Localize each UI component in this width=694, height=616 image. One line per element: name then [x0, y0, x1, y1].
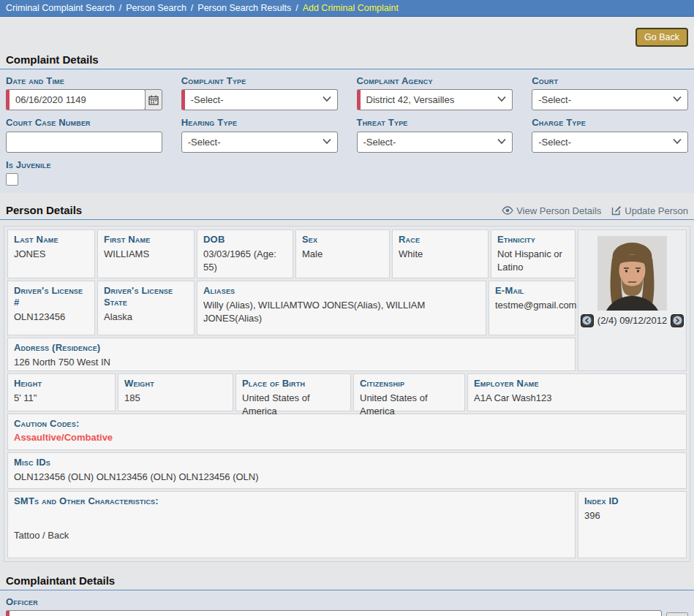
complaint-type-label: Complaint Type [181, 75, 338, 87]
field-court-case-number: Court Case Number [6, 117, 162, 152]
index-id-cell: Index ID 396 [578, 491, 687, 558]
first-name-cell: First Name WILLIAMS [97, 229, 195, 278]
address-cell: Address (Residence) 126 North 750 West I… [7, 338, 576, 371]
person-details-table: Last Name JONES First Name WILLIAMS DOB … [4, 226, 690, 562]
photo-previous-button[interactable] [581, 314, 594, 327]
misc-ids-value: OLN123456 (OLN) OLN123456 (OLN) OLN12345… [14, 471, 680, 484]
breadcrumb: Criminal Complaint Search / Person Searc… [0, 0, 694, 17]
court-case-number-input[interactable] [6, 132, 162, 153]
complaint-details-title-text: Complaint Details [6, 53, 99, 66]
drivers-license-state-value: Alaska [104, 311, 188, 324]
ethnicity-value: Not Hispanic or Latino [497, 248, 569, 273]
complaintant-details-panel: Officer [0, 590, 694, 616]
person-details-title: Person Details View Person Details Updat… [0, 200, 694, 220]
smts-value: Tattoo / Back [14, 529, 569, 542]
complaint-agency-label: Complaint Agency [357, 75, 513, 87]
complaintant-details-title-text: Complaintant Details [6, 574, 115, 587]
field-complaint-agency: Complaint Agency District 42, Versailles [357, 75, 513, 110]
citizenship-value: United States of America [360, 392, 459, 417]
email-value: testme@gmail.com [495, 299, 569, 312]
mugshot-photo [597, 236, 667, 311]
last-name-cell: Last Name JONES [7, 229, 95, 278]
complaint-agency-select[interactable]: District 42, Versailles [357, 89, 513, 110]
edit-icon [611, 205, 622, 216]
race-cell: Race White [392, 229, 489, 278]
caution-codes-value: Assaultive/Combative [14, 432, 680, 443]
breadcrumb-separator: / [119, 3, 121, 13]
dob-value: 03/03/1965 (Age: 55) [203, 248, 287, 273]
place-of-birth-value: United States of America [242, 392, 344, 417]
calendar-icon [148, 95, 159, 105]
field-threat-type: Threat Type -Select- [357, 117, 513, 152]
dob-cell: DOB 03/03/1965 (Age: 55) [197, 229, 293, 278]
race-value: White [399, 248, 482, 261]
view-person-details-link[interactable]: View Person Details [502, 205, 601, 216]
arrow-right-icon [673, 316, 682, 325]
complaintant-details-title: Complaintant Details [0, 571, 694, 590]
person-details-title-text: Person Details [6, 204, 82, 216]
field-court: Court -Select- [532, 75, 688, 110]
court-case-number-label: Court Case Number [6, 117, 162, 129]
drivers-license-state-cell: Driver's License State Alaska [97, 281, 195, 335]
first-name-value: WILLIAMS [104, 248, 188, 261]
sex-value: Male [302, 248, 383, 261]
court-label: Court [532, 75, 688, 87]
aliases-value: Willy (Alias), WILLIAMTWO JONES(Alias), … [203, 299, 480, 324]
charge-type-select[interactable]: -Select- [532, 132, 688, 153]
drivers-license-cell: Driver's License # OLN123456 [7, 281, 95, 335]
aliases-cell: Aliases Willy (Alias), WILLIAMTWO JONES(… [197, 281, 486, 335]
is-juvenile-label: Is Juvenile [6, 159, 688, 171]
breadcrumb-separator: / [295, 3, 298, 13]
field-date-and-time: Date and Time [6, 75, 162, 110]
threat-type-label: Threat Type [357, 117, 513, 129]
height-value: 5' 11" [14, 392, 109, 405]
field-charge-type: Charge Type -Select- [532, 117, 688, 152]
employer-name-cell: Employer Name A1A Car Wash123 [467, 373, 687, 411]
photo-caption: (2/4) 09/12/2012 [597, 315, 667, 326]
ethnicity-cell: Ethnicity Not Hispanic or Latino [491, 229, 576, 278]
breadcrumb-link-criminal-complaint-search[interactable]: Criminal Complaint Search [6, 3, 115, 13]
weight-value: 185 [124, 392, 227, 405]
eye-icon [502, 206, 513, 215]
date-and-time-input[interactable] [6, 89, 146, 110]
charge-type-label: Charge Type [532, 117, 688, 129]
address-value: 126 North 750 West IN [14, 356, 569, 369]
last-name-value: JONES [14, 248, 88, 261]
citizenship-cell: Citizenship United States of America [353, 373, 465, 411]
officer-input[interactable] [6, 610, 662, 616]
go-back-button-top[interactable]: Go Back [635, 28, 688, 47]
caution-codes-cell: Caution Codes: Assaultive/Combative [7, 414, 687, 450]
employer-name-value: A1A Car Wash123 [474, 392, 680, 405]
breadcrumb-separator: / [191, 3, 193, 13]
virtual-keyboard-button[interactable] [666, 612, 688, 616]
sex-cell: Sex Male [295, 229, 390, 278]
field-is-juvenile: Is Juvenile [6, 159, 688, 186]
breadcrumb-link-person-search[interactable]: Person Search [126, 3, 186, 13]
date-and-time-label: Date and Time [6, 75, 162, 87]
calendar-button[interactable] [145, 89, 162, 110]
complaint-details-title: Complaint Details [0, 50, 694, 69]
height-cell: Height 5' 11" [7, 373, 116, 411]
weight-cell: Weight 185 [118, 373, 233, 411]
arrow-left-icon [582, 316, 592, 325]
breadcrumb-link-person-search-results[interactable]: Person Search Results [197, 3, 291, 13]
court-select[interactable]: -Select- [532, 89, 688, 110]
officer-label: Officer [6, 596, 688, 608]
place-of-birth-cell: Place of Birth United States of America [235, 373, 351, 411]
complaint-details-panel: Date and Time [0, 69, 694, 193]
breadcrumb-current-page: Add Criminal Complaint [303, 3, 399, 13]
photo-next-button[interactable] [671, 314, 684, 327]
index-id-value: 396 [584, 509, 680, 522]
hearing-type-label: Hearing Type [181, 117, 338, 129]
field-complaint-type: Complaint Type -Select- [181, 75, 338, 110]
threat-type-select[interactable]: -Select- [357, 132, 513, 153]
field-hearing-type: Hearing Type -Select- [181, 117, 338, 152]
misc-ids-cell: Misc IDs OLN123456 (OLN) OLN123456 (OLN)… [7, 452, 687, 489]
hearing-type-select[interactable]: -Select- [181, 132, 338, 153]
is-juvenile-checkbox[interactable] [6, 173, 18, 186]
email-cell: E-Mail testme@gmail.com [489, 281, 576, 335]
drivers-license-value: OLN123456 [14, 311, 88, 324]
smts-cell: SMTs and Other Characteristics: Tattoo /… [7, 491, 576, 558]
complaint-type-select[interactable]: -Select- [181, 89, 338, 110]
update-person-link[interactable]: Update Person [611, 205, 688, 216]
